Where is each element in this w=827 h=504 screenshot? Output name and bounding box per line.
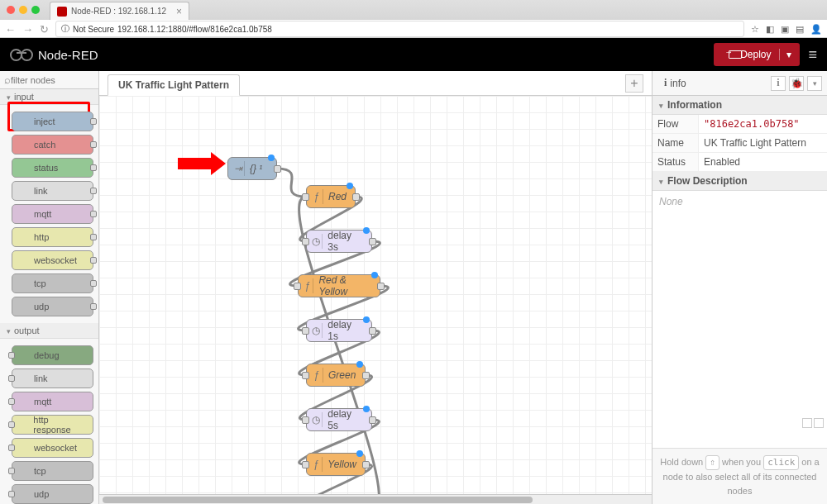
- sidebar-btn-info[interactable]: [771, 76, 786, 91]
- palette-node-udp[interactable]: udp: [12, 297, 93, 316]
- port-in[interactable]: [302, 461, 309, 468]
- palette-search[interactable]: [0, 71, 98, 89]
- palette-node-inject[interactable]: inject: [12, 112, 93, 131]
- desc-text: None: [653, 191, 827, 448]
- node-icon: [19, 442, 31, 454]
- star-icon[interactable]: ☆: [751, 24, 759, 35]
- ext2-icon[interactable]: ▣: [781, 24, 789, 35]
- flow-node-n7[interactable]: ƒYellow: [306, 453, 366, 476]
- changed-badge: [356, 361, 363, 368]
- palette-node-websocket[interactable]: websocket: [12, 438, 93, 458]
- sidebar-btn-caret[interactable]: [807, 76, 822, 91]
- workspace-tab[interactable]: UK Traffic Light Pattern: [108, 74, 240, 96]
- palette-node-tcp[interactable]: tcp: [12, 461, 93, 481]
- deploy-icon: [722, 50, 735, 59]
- palette-node-label: tcp: [34, 278, 46, 288]
- sidebar-btn-debug[interactable]: 🐞: [789, 76, 804, 91]
- port-out[interactable]: [369, 327, 376, 335]
- sidebar-tab-info[interactable]: info: [657, 74, 693, 92]
- palette-node-mqtt[interactable]: mqtt: [12, 392, 93, 411]
- window-dots[interactable]: [7, 6, 40, 14]
- reload-icon[interactable]: [40, 23, 49, 36]
- info-icon: ⓘ: [61, 23, 69, 35]
- deploy-button[interactable]: Deploy ▾: [714, 43, 800, 66]
- inject-icon: ⇥: [232, 161, 245, 176]
- chevron-down-icon: [659, 99, 663, 111]
- not-secure-label: Not Secure: [73, 25, 114, 34]
- palette-node-http-response[interactable]: http response: [12, 415, 93, 435]
- flow-node-n0[interactable]: ⇥{} ¹: [227, 157, 277, 180]
- port-in[interactable]: [294, 283, 301, 290]
- port-out[interactable]: [369, 238, 376, 245]
- deploy-caret-icon[interactable]: ▾: [779, 49, 791, 60]
- palette-node-http[interactable]: http: [12, 227, 93, 247]
- function-icon: ƒ: [310, 457, 323, 472]
- search-icon: [4, 74, 11, 86]
- link-n0-n1[interactable]: [277, 169, 306, 197]
- panel-resize-icons[interactable]: [802, 418, 824, 428]
- flow-node-n4[interactable]: ◷delay 1s: [306, 319, 372, 342]
- user-icon[interactable]: 👤: [810, 24, 822, 35]
- chevron-down-icon: [659, 175, 663, 187]
- section-information[interactable]: Information: [653, 96, 827, 115]
- palette-node-label: status: [34, 163, 58, 173]
- flow-node-n5[interactable]: ƒGreen: [306, 364, 366, 387]
- node-icon: [19, 349, 31, 361]
- menu-icon[interactable]: [808, 46, 817, 64]
- palette-node-debug[interactable]: debug: [12, 345, 93, 365]
- node-icon: [19, 254, 31, 266]
- port-out[interactable]: [362, 372, 370, 379]
- port-in[interactable]: [302, 238, 309, 245]
- palette-node-label: websocket: [34, 443, 77, 453]
- browser-tab[interactable]: Node-RED : 192.168.1.12 ×: [50, 2, 189, 20]
- node-label: Green: [328, 369, 356, 381]
- flow-node-n3[interactable]: ƒRed & Yellow: [298, 274, 380, 297]
- canvas[interactable]: ⇥{} ¹ƒRed◷delay 3sƒRed & Yellow◷delay 1s…: [99, 96, 652, 494]
- palette-node-tcp[interactable]: tcp: [12, 273, 93, 293]
- port-out[interactable]: [377, 283, 385, 290]
- flow-node-n6[interactable]: ◷delay 5s: [306, 408, 372, 431]
- section-description[interactable]: Flow Description: [653, 172, 827, 191]
- palette-node-udp[interactable]: udp: [12, 484, 93, 504]
- palette-category-output[interactable]: output: [0, 323, 98, 339]
- address-bar[interactable]: ⓘ Not Secure 192.168.1.12:1880/#flow/816…: [55, 21, 744, 37]
- key-flow: Flow: [653, 115, 699, 133]
- palette-node-catch[interactable]: catch: [12, 135, 93, 155]
- close-tab-icon[interactable]: ×: [176, 6, 182, 17]
- changed-badge: [363, 406, 370, 412]
- node-icon: [19, 488, 31, 500]
- workspace: UK Traffic Light Pattern ⇥{} ¹ƒRed◷delay…: [99, 71, 652, 504]
- flow-node-n2[interactable]: ◷delay 3s: [306, 230, 372, 253]
- port-out[interactable]: [274, 165, 281, 173]
- nav-fwd-icon[interactable]: →: [22, 23, 33, 36]
- palette-node-label: http response: [33, 415, 86, 435]
- info-icon: [664, 77, 667, 89]
- palette-node-websocket[interactable]: websocket: [12, 250, 93, 270]
- tab-add-button[interactable]: [625, 74, 643, 93]
- flow-node-n1[interactable]: ƒRed: [306, 185, 356, 208]
- palette-category-input[interactable]: input: [0, 89, 98, 105]
- app-logo[interactable]: Node-RED: [10, 48, 98, 62]
- nav-back-icon[interactable]: ←: [5, 23, 16, 36]
- port-in[interactable]: [302, 416, 309, 424]
- hscrollbar[interactable]: [99, 494, 652, 504]
- port-in[interactable]: [302, 372, 309, 379]
- search-input[interactable]: [11, 75, 85, 85]
- port-in[interactable]: [302, 327, 309, 335]
- port-out[interactable]: [352, 193, 360, 201]
- cast-icon[interactable]: ▤: [796, 24, 804, 35]
- palette-node-mqtt[interactable]: mqtt: [12, 204, 93, 224]
- palette-node-status[interactable]: status: [12, 158, 93, 178]
- node-label: {} ¹: [250, 163, 262, 174]
- port-out[interactable]: [362, 461, 370, 468]
- key-click: click: [763, 455, 799, 471]
- port-in[interactable]: [302, 193, 309, 201]
- ext1-icon[interactable]: ◧: [766, 24, 774, 35]
- hscrollbar-thumb[interactable]: [103, 497, 533, 503]
- palette-node-label: link: [34, 373, 48, 383]
- palette-node-link[interactable]: link: [12, 181, 93, 201]
- port-out[interactable]: [369, 416, 376, 424]
- palette-node-link[interactable]: link: [12, 368, 93, 388]
- node-icon: [19, 185, 31, 197]
- palette-node-label: link: [34, 186, 48, 196]
